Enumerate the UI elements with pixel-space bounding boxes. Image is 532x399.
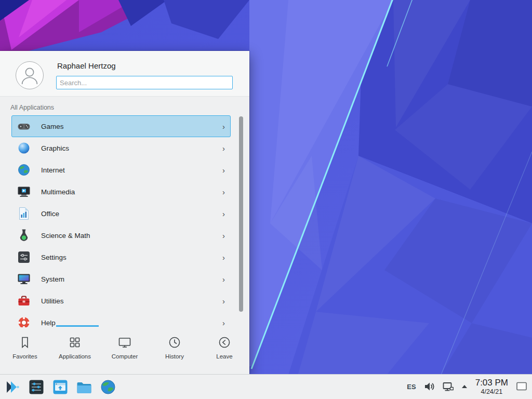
lifebuoy-icon [17, 316, 31, 327]
list-scrollbar[interactable] [239, 116, 243, 312]
tab-label: History [165, 353, 184, 360]
tab-leave[interactable]: Leave [200, 328, 249, 374]
search-input[interactable] [56, 76, 233, 89]
gamepad-icon [17, 119, 31, 133]
taskbar-launchers [0, 379, 116, 395]
category-label: Utilities [41, 297, 222, 305]
desktop: Raphael Hertzog All Applications Games [0, 0, 532, 399]
category-row-multimedia[interactable]: Multimedia › [11, 181, 231, 203]
show-desktop-button[interactable] [515, 380, 528, 393]
monitor-play-icon [17, 185, 31, 198]
taskbar: ES [0, 374, 532, 399]
clock-date: 4/24/21 [475, 388, 508, 396]
chevron-right-icon: › [222, 232, 225, 240]
monitor-icon [17, 272, 31, 286]
application-launcher-menu: Raphael Hertzog All Applications Games [0, 51, 249, 374]
tab-computer[interactable]: Computer [100, 328, 150, 374]
chevron-right-icon: › [222, 166, 225, 174]
web-browser-globe-icon[interactable] [100, 379, 116, 395]
volume-icon[interactable] [423, 381, 435, 392]
category-row-utilities[interactable]: Utilities › [11, 290, 231, 312]
chevron-right-icon: › [222, 254, 225, 261]
tab-label: Favorites [12, 353, 37, 360]
category-row-office[interactable]: Office › [11, 203, 231, 224]
tab-applications[interactable]: Applications [50, 328, 100, 374]
app-launcher-button[interactable] [4, 379, 21, 395]
clock-time: 7:03 PM [475, 378, 508, 388]
active-tab-indicator [56, 325, 99, 327]
bookmark-icon [18, 335, 32, 350]
tab-label: Leave [216, 353, 232, 360]
grid-icon [68, 335, 82, 350]
category-row-internet[interactable]: Internet › [11, 159, 231, 181]
tab-label: Computer [112, 353, 138, 360]
category-label: Settings [41, 254, 222, 261]
category-label: Office [41, 210, 222, 218]
sliders-icon [17, 250, 31, 264]
digital-clock[interactable]: 7:03 PM 4/24/21 [475, 378, 508, 396]
category-label: System [41, 275, 222, 283]
launcher-header: Raphael Hertzog [0, 51, 249, 97]
toolbox-icon [17, 294, 31, 308]
chevron-right-icon: › [222, 297, 225, 305]
system-settings-icon[interactable] [28, 379, 45, 395]
category-row-help[interactable]: Help › [11, 312, 231, 327]
network-icon[interactable] [442, 381, 454, 392]
application-category-list: Games › Graphics › [0, 115, 249, 327]
category-label: Internet [41, 166, 222, 174]
clock-icon [167, 335, 182, 350]
category-label: Multimedia [41, 188, 222, 196]
keyboard-layout-indicator[interactable]: ES [407, 383, 416, 391]
sphere-icon [17, 141, 31, 155]
tray-expander-arrow-icon[interactable] [461, 383, 468, 390]
system-tray: ES [407, 378, 532, 396]
category-row-science-math[interactable]: Science & Math › [11, 224, 231, 246]
chevron-right-icon: › [222, 210, 225, 218]
file-manager-folder-icon[interactable] [76, 379, 92, 395]
launcher-tab-bar: Favorites Applications Computer [0, 328, 249, 374]
flask-icon [17, 229, 31, 242]
user-avatar[interactable] [16, 61, 44, 89]
chevron-right-icon: › [222, 275, 225, 283]
chevron-right-icon: › [222, 123, 225, 130]
category-label: Games [41, 123, 222, 130]
category-row-system[interactable]: System › [11, 268, 231, 290]
category-label: Graphics [41, 144, 222, 152]
tab-label: Applications [59, 353, 91, 360]
document-chart-icon [17, 207, 31, 220]
tab-history[interactable]: History [150, 328, 200, 374]
software-center-icon[interactable] [52, 379, 69, 395]
section-label-all-applications: All Applications [10, 104, 54, 111]
category-row-graphics[interactable]: Graphics › [11, 137, 231, 159]
category-label: Science & Math [41, 232, 222, 240]
chevron-right-icon: › [222, 319, 225, 327]
leave-icon [217, 335, 232, 350]
tab-favorites[interactable]: Favorites [0, 328, 50, 374]
computer-icon [117, 335, 132, 350]
user-name: Raphael Hertzog [57, 61, 116, 70]
chevron-right-icon: › [222, 144, 225, 152]
chevron-right-icon: › [222, 188, 225, 196]
category-row-games[interactable]: Games › [11, 115, 231, 137]
globe-icon [17, 163, 31, 177]
category-row-settings[interactable]: Settings › [11, 246, 231, 268]
